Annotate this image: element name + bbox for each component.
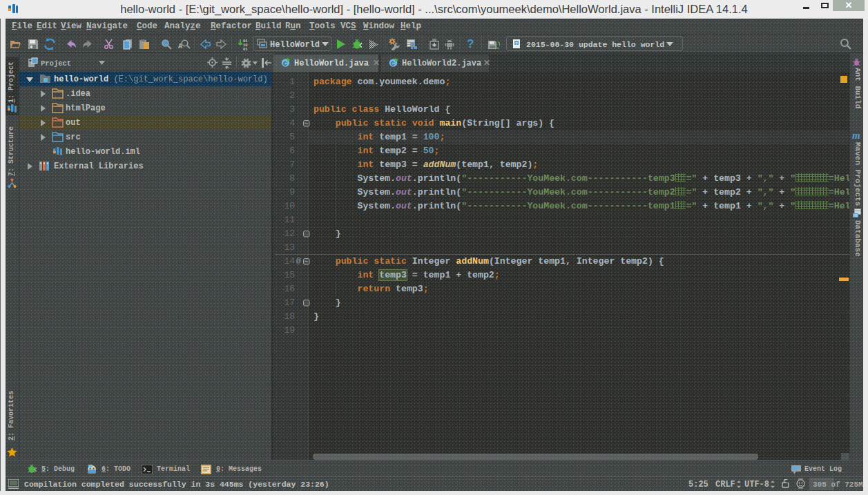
- svg-text:C: C: [391, 61, 395, 68]
- svg-text:01: 01: [243, 47, 248, 50]
- svg-text:?: ?: [515, 41, 518, 46]
- svg-text:C: C: [283, 61, 287, 68]
